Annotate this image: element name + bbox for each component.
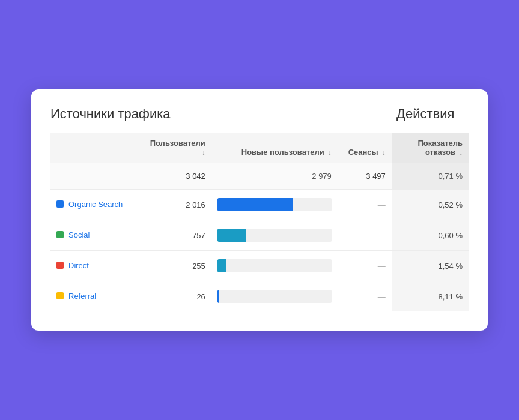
card-header: Источники трафика Действия xyxy=(50,106,469,122)
bounce-cell-3: 8,11 % xyxy=(392,281,469,312)
source-dot-1 xyxy=(56,231,64,238)
traffic-table: Пользователи ↓ Новые пользователи ↓ Сеан… xyxy=(50,133,469,311)
col-new-users-label: Новые пользователи xyxy=(241,148,324,157)
bar-fill-0 xyxy=(217,198,293,211)
table-row: Direct 255 — 1,54 % xyxy=(50,251,469,281)
table-header-row: Пользователи ↓ Новые пользователи ↓ Сеан… xyxy=(50,133,469,163)
sessions-cell-3: — xyxy=(338,281,392,312)
source-dot-0 xyxy=(56,200,64,208)
source-cell-3: Referral xyxy=(50,281,141,312)
col-source xyxy=(50,133,141,163)
source-name-1[interactable]: Social xyxy=(68,230,90,239)
bar-fill-3 xyxy=(217,290,219,303)
col-users[interactable]: Пользователи ↓ xyxy=(141,133,211,163)
bar-cell-1 xyxy=(211,220,338,251)
actions-label: Действия xyxy=(396,106,469,122)
col-new-users[interactable]: Новые пользователи ↓ xyxy=(211,133,338,163)
bounce-cell-0: 0,52 % xyxy=(392,190,469,220)
bar-container-2 xyxy=(217,259,332,272)
bar-container-1 xyxy=(217,229,332,242)
col-sessions-label: Сеансы xyxy=(348,148,378,157)
bar-fill-2 xyxy=(217,259,226,272)
col-sessions[interactable]: Сеансы ↓ xyxy=(338,133,392,163)
table-row: Social 757 — 0,60 % xyxy=(50,220,469,251)
bar-container-3 xyxy=(217,290,332,303)
sort-icon-newusers: ↓ xyxy=(328,149,332,156)
users-cell-0: 2 016 xyxy=(141,190,211,220)
total-row: 3 042 2 979 3 497 0,71 % xyxy=(50,163,469,190)
bar-container-0 xyxy=(217,198,332,211)
total-sessions: 3 497 xyxy=(338,163,392,190)
source-dot-3 xyxy=(56,292,64,299)
source-cell-2: Direct xyxy=(50,251,141,281)
table-row: Referral 26 — 8,11 % xyxy=(50,281,469,312)
table-row: Organic Search 2 016 — 0,52 % xyxy=(50,190,469,220)
users-cell-3: 26 xyxy=(141,281,211,312)
total-new-users: 2 979 xyxy=(211,163,338,190)
source-name-0[interactable]: Organic Search xyxy=(68,200,123,209)
sort-icon-bounce: ↓ xyxy=(460,149,463,156)
bar-fill-1 xyxy=(217,229,246,242)
bounce-cell-2: 1,54 % xyxy=(392,251,469,281)
bar-cell-0 xyxy=(211,190,338,220)
col-bounce[interactable]: Показатель отказов ↓ xyxy=(392,133,469,163)
total-bounce: 0,71 % xyxy=(392,163,469,190)
bar-cell-2 xyxy=(211,251,338,281)
source-name-3[interactable]: Referral xyxy=(68,292,96,301)
sort-icon-users: ↓ xyxy=(202,149,205,156)
bar-cell-3 xyxy=(211,281,338,312)
source-cell-0: Organic Search xyxy=(50,190,141,220)
card-title: Источники трафика xyxy=(50,106,171,122)
source-dot-2 xyxy=(56,262,64,269)
col-users-label: Пользователи xyxy=(150,139,205,148)
total-users: 3 042 xyxy=(141,163,211,190)
source-cell-1: Social xyxy=(50,220,141,251)
analytics-card: Источники трафика Действия Пользователи … xyxy=(31,89,488,331)
users-cell-1: 757 xyxy=(141,220,211,251)
col-bounce-label: Показатель отказов xyxy=(417,139,463,157)
sessions-cell-0: — xyxy=(338,190,392,220)
source-name-2[interactable]: Direct xyxy=(68,261,89,270)
sessions-cell-2: — xyxy=(338,251,392,281)
sessions-cell-1: — xyxy=(338,220,392,251)
bounce-cell-1: 0,60 % xyxy=(392,220,469,251)
sort-icon-sessions: ↓ xyxy=(382,149,386,156)
users-cell-2: 255 xyxy=(141,251,211,281)
